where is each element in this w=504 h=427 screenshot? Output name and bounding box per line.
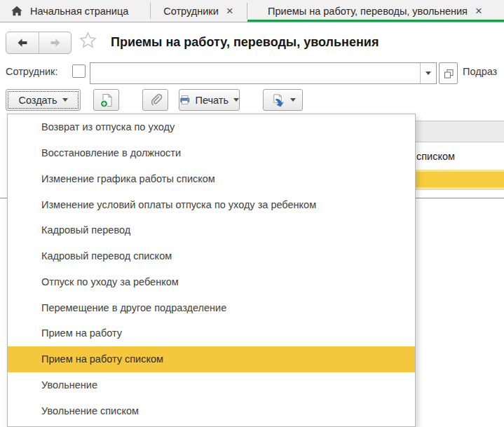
close-icon[interactable]: × (225, 5, 235, 17)
chevron-down-icon (233, 98, 239, 102)
list-selected-row[interactable] (414, 170, 504, 190)
menu-item[interactable]: Изменение графика работы списком (8, 166, 415, 192)
employee-filter-checkbox[interactable] (72, 65, 86, 78)
create-dropdown-menu: Возврат из отпуска по уходу Восстановлен… (7, 114, 416, 427)
favorite-star-icon[interactable] (79, 31, 97, 50)
tab-home-page[interactable]: Начальная страница (0, 0, 151, 22)
print-button[interactable]: Печать (179, 89, 240, 111)
create-button-label: Создать (18, 95, 57, 106)
page-title: Приемы на работу, переводы, увольнения (111, 35, 379, 50)
menu-item[interactable]: Прием на работу списком (8, 346, 415, 372)
menu-item[interactable]: Перемещение в другое подразделение (8, 294, 415, 320)
title-row: Приемы на работу, переводы, увольнения (0, 22, 504, 60)
new-document-icon (99, 93, 114, 108)
menu-item[interactable]: Кадровый перевод списком (8, 243, 415, 269)
print-icon (179, 93, 190, 107)
menu-item[interactable]: Увольнение (8, 372, 415, 398)
send-document-button[interactable] (263, 89, 303, 111)
employee-dropdown-button[interactable] (420, 63, 436, 83)
employee-label: Сотрудник: (6, 66, 57, 77)
forward-button[interactable] (39, 32, 71, 53)
chevron-down-icon (62, 98, 68, 102)
back-button[interactable] (6, 32, 39, 53)
tab-employees[interactable]: Сотрудники × (151, 0, 247, 22)
active-tab-underline (247, 20, 504, 22)
menu-item[interactable]: Изменение условий оплаты отпуска по уход… (8, 191, 415, 217)
create-button[interactable]: Создать (6, 89, 81, 111)
filter-row: Сотрудник: Подраз (0, 60, 504, 86)
history-nav-group (6, 32, 71, 54)
send-icon (271, 93, 285, 107)
toolbar: Создать Печать (0, 86, 504, 113)
tab-label: Сотрудники (163, 6, 219, 17)
paperclip-icon (149, 93, 163, 107)
menu-item[interactable]: Прием на работу (8, 320, 415, 346)
list-row-partial-text: списком (416, 151, 455, 162)
employee-open-button[interactable] (439, 62, 458, 84)
back-arrow-icon (16, 36, 29, 49)
menu-item[interactable]: Отпуск по уходу за ребенком (8, 269, 415, 295)
forward-arrow-icon (49, 36, 62, 49)
menu-item[interactable]: Восстановление в должности (8, 140, 415, 166)
tab-bar: Начальная страница Сотрудники × Приемы н… (0, 0, 504, 22)
tab-label: Начальная страница (30, 6, 128, 17)
department-label: Подраз (463, 66, 497, 77)
tab-hires-transfers-dismissals[interactable]: Приемы на работу, переводы, увольнения × (247, 0, 504, 22)
attachments-button[interactable] (142, 89, 168, 111)
menu-item[interactable]: Увольнение списком (8, 398, 415, 423)
app-window: Начальная страница Сотрудники × Приемы н… (0, 0, 504, 427)
menu-item[interactable]: Кадровый перевод (8, 217, 415, 243)
chevron-down-icon (425, 72, 431, 75)
home-icon (10, 4, 24, 18)
create-new-document-button[interactable] (93, 89, 119, 111)
tab-label: Приемы на работу, переводы, увольнения (268, 6, 468, 17)
menu-item[interactable]: Возврат из отпуска по уходу (8, 114, 415, 140)
close-icon[interactable]: × (474, 5, 484, 17)
employee-input[interactable] (90, 63, 420, 83)
print-button-label: Печать (195, 95, 229, 106)
chevron-down-icon (290, 98, 296, 102)
list-column-header[interactable] (414, 121, 504, 142)
employee-input-wrap (90, 62, 437, 84)
open-list-icon (442, 67, 455, 80)
